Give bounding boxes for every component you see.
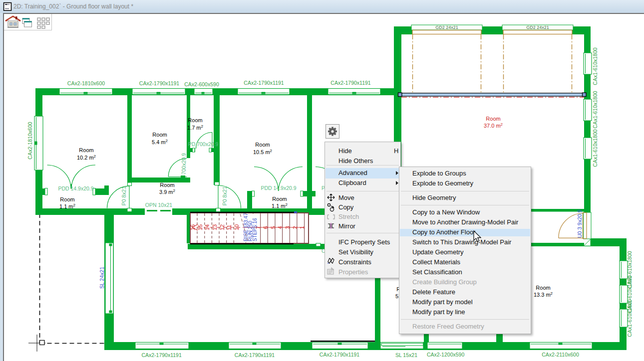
svg-text:15: 15 xyxy=(197,224,203,230)
svg-text:CAx2-2110x600: CAx2-2110x600 xyxy=(542,352,579,358)
svg-text:Room: Room xyxy=(486,116,500,122)
svg-text:GD2 24x21: GD2 24x21 xyxy=(526,25,549,30)
svg-text:PD 700x20.9: PD 700x20.9 xyxy=(188,141,219,147)
svg-text:PDD 14.9x20.9: PDD 14.9x20.9 xyxy=(261,185,296,191)
svg-text:3.9 m2: 3.9 m2 xyxy=(159,188,176,195)
svg-text:U0 3 9x20.9: U0 3 9x20.9 xyxy=(577,209,583,238)
svg-text:CAx2-1810x600: CAx2-1810x600 xyxy=(67,80,105,86)
svg-text:Room: Room xyxy=(60,196,74,202)
svg-text:SL 24x21: SL 24x21 xyxy=(99,267,105,289)
svg-text:1.1 m2: 1.1 m2 xyxy=(272,202,288,209)
svg-text:13.3 m2: 13.3 m2 xyxy=(534,291,553,298)
svg-text:Room: Room xyxy=(79,147,93,153)
svg-text:2: 2 xyxy=(292,226,298,229)
svg-text:CAx2-1790x1191: CAx2-1790x1191 xyxy=(139,80,180,86)
svg-text:CAx2-600x590: CAx2-600x590 xyxy=(184,81,219,87)
svg-text:CAx2-1810x600: CAx2-1810x600 xyxy=(27,122,33,159)
svg-text:CAx2-1790x1191: CAx2-1790x1191 xyxy=(235,352,275,358)
svg-text:OPN 10x21: OPN 10x21 xyxy=(145,202,172,208)
svg-text:CAx2-1790x1191: CAx2-1790x1191 xyxy=(244,80,284,86)
svg-text:PDD 14.9x20.9: PDD 14.9x20.9 xyxy=(58,185,93,191)
svg-text:11: 11 xyxy=(226,225,232,230)
svg-text:GD2 24x21: GD2 24x21 xyxy=(435,25,458,30)
svg-text:STEPS:16: STEPS:16 xyxy=(252,218,258,241)
svg-text:3: 3 xyxy=(285,226,291,229)
svg-text:CAx1-610x1800: CAx1-610x1800 xyxy=(592,129,598,167)
svg-text:CAx1-610x1800: CAx1-610x1800 xyxy=(592,47,598,85)
svg-text:SL 15x21: SL 15x21 xyxy=(395,352,417,358)
svg-text:CAx2-1200x590: CAx2-1200x590 xyxy=(427,352,464,358)
svg-text:P0 8x21: P0 8x21 xyxy=(121,186,127,206)
svg-text:37.0 m2: 37.0 m2 xyxy=(484,122,503,129)
svg-text:Room: Room xyxy=(255,142,270,148)
svg-text:700x20.9: 700x20.9 xyxy=(181,153,187,175)
svg-text:CAx1-610x1800: CAx1-610x1800 xyxy=(627,299,633,337)
svg-text:5.4 m2: 5.4 m2 xyxy=(152,139,168,145)
svg-text:Room: Room xyxy=(152,132,167,138)
svg-text:1: 1 xyxy=(299,226,305,229)
svg-text:5: 5 xyxy=(270,226,276,229)
svg-text:Room: Room xyxy=(160,182,174,188)
svg-text:1.7 m2: 1.7 m2 xyxy=(187,124,204,131)
svg-text:Room: Room xyxy=(272,196,287,202)
svg-text:P0 8x21: P0 8x21 xyxy=(222,186,228,206)
svg-text:CAx2-1790x1191: CAx2-1790x1191 xyxy=(320,352,360,358)
svg-text:10: 10 xyxy=(234,224,240,230)
svg-text:CAx1-610x1800: CAx1-610x1800 xyxy=(592,91,598,128)
svg-text:14: 14 xyxy=(204,224,210,230)
svg-text:6: 6 xyxy=(263,226,269,229)
svg-text:12: 12 xyxy=(219,224,225,230)
svg-text:4: 4 xyxy=(277,226,283,229)
svg-text:Room: Room xyxy=(536,285,550,291)
svg-text:CAx2-1790x1191: CAx2-1790x1191 xyxy=(330,80,371,86)
svg-text:16: 16 xyxy=(190,224,196,230)
svg-text:Room: Room xyxy=(188,117,202,123)
svg-text:13: 13 xyxy=(212,224,218,230)
svg-text:10.5 m2: 10.5 m2 xyxy=(253,149,273,155)
svg-text:CAx2-1790x1191: CAx2-1790x1191 xyxy=(141,352,182,358)
svg-text:10.2 m2: 10.2 m2 xyxy=(77,154,96,161)
